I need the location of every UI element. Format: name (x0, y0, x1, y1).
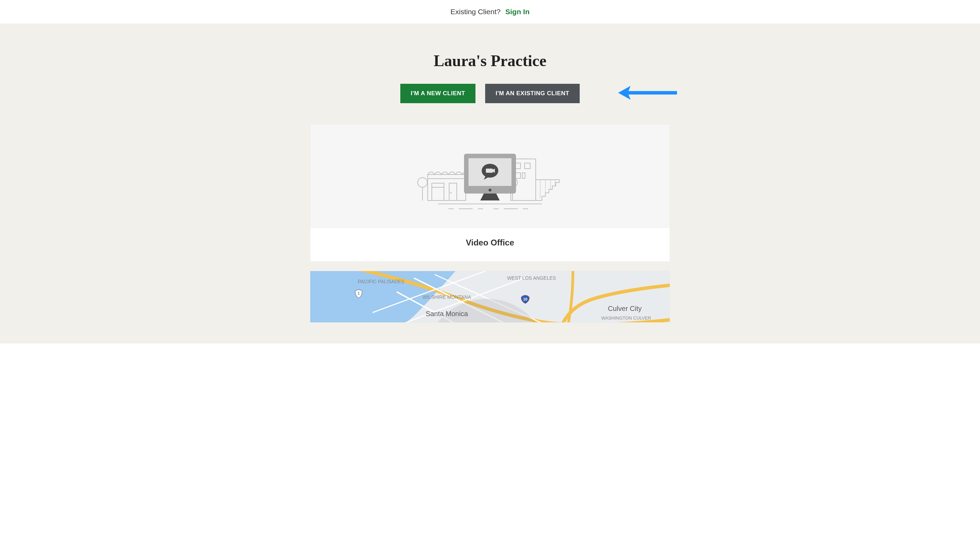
map-label: WILSHIRE MONTANA (423, 294, 471, 300)
svg-rect-8 (428, 175, 466, 179)
map-icon: PACIFIC PALISADES WILSHIRE MONTANA Santa… (310, 271, 670, 322)
svg-rect-31 (486, 169, 493, 173)
map-office-card[interactable]: PACIFIC PALISADES WILSHIRE MONTANA Santa… (310, 271, 670, 323)
map-label: Culver City (608, 305, 642, 312)
hero-section: Laura's Practice I'M A NEW CLIENT I'M AN… (0, 24, 980, 344)
route-shield: 10 (523, 297, 527, 301)
arrow-icon (618, 84, 677, 102)
office-cards: Video Office (303, 124, 677, 323)
existing-client-prompt: Existing Client? (450, 8, 501, 16)
svg-point-12 (450, 192, 452, 194)
svg-rect-11 (449, 183, 457, 201)
svg-point-14 (418, 178, 427, 187)
existing-client-button[interactable]: I'M AN EXISTING CLIENT (485, 84, 580, 103)
svg-rect-19 (522, 173, 525, 178)
route-shield: 1 (358, 291, 360, 295)
video-office-title: Video Office (319, 238, 661, 248)
map-label: PACIFIC PALISADES (358, 279, 404, 284)
svg-rect-17 (525, 163, 530, 169)
video-office-card-body: Video Office (310, 228, 670, 261)
video-office-card[interactable]: Video Office (310, 124, 670, 262)
client-type-buttons: I'M A NEW CLIENT I'M AN EXISTING CLIENT (0, 84, 980, 103)
sign-in-link[interactable]: Sign In (505, 8, 530, 16)
svg-rect-9 (432, 183, 444, 201)
map-label: WASHINGTON CULVER (601, 315, 651, 321)
top-bar: Existing Client? Sign In (0, 0, 980, 24)
telehealth-computer-icon (393, 135, 587, 218)
map-label: WEST LOS ANGELES (507, 275, 556, 281)
new-client-button[interactable]: I'M A NEW CLIENT (400, 84, 476, 103)
annotation-arrow (618, 84, 677, 103)
map-label: Santa Monica (426, 310, 468, 317)
video-office-illustration (310, 124, 670, 228)
svg-point-29 (488, 189, 492, 191)
practice-title: Laura's Practice (0, 52, 980, 70)
